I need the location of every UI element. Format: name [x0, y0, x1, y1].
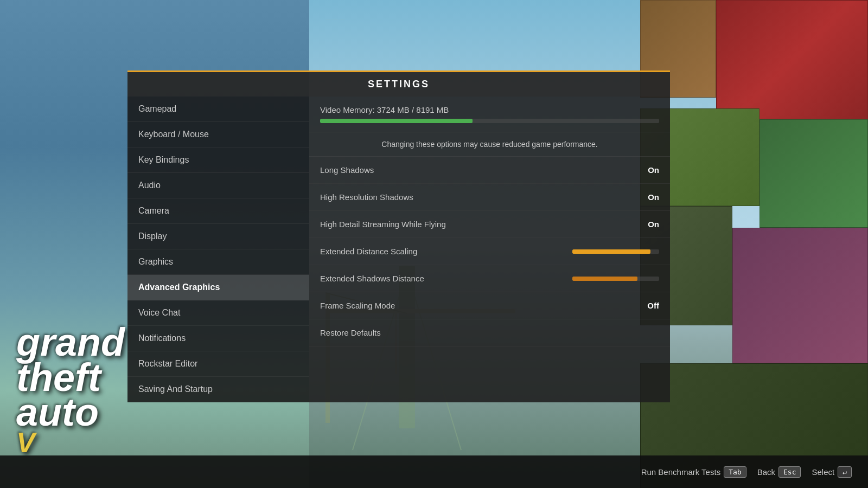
sidebar-item-rockstar-editor[interactable]: Rockstar Editor	[127, 351, 309, 377]
gta-logo-line1: grand	[16, 325, 125, 360]
setting-row-high-detail-streaming[interactable]: High Detail Streaming While Flying On	[309, 211, 670, 238]
sidebar-item-display[interactable]: Display	[127, 224, 309, 249]
sidebar-item-advanced-graphics[interactable]: Advanced Graphics	[127, 275, 309, 300]
extended-distance-label: Extended Distance Scaling	[320, 247, 567, 256]
gta-logo-line2: theft	[16, 360, 125, 395]
sidebar-item-key-bindings[interactable]: Key Bindings	[127, 147, 309, 173]
benchmark-toolbar-item: Run Benchmark Tests Tab	[641, 466, 746, 478]
frame-scaling-label: Frame Scaling Mode	[320, 301, 637, 310]
setting-row-long-shadows[interactable]: Long Shadows On	[309, 157, 670, 184]
long-shadows-value: On	[637, 165, 659, 175]
high-res-shadows-value: On	[637, 192, 659, 202]
containers-background	[640, 0, 868, 488]
extended-distance-fill	[572, 249, 650, 254]
high-detail-streaming-value: On	[637, 220, 659, 229]
gta-logo: grand theft auto V	[16, 325, 125, 455]
vram-label: Video Memory: 3724 MB / 8191 MB	[320, 105, 659, 114]
performance-warning: Changing these options may cause reduced…	[309, 132, 670, 157]
vram-section: Video Memory: 3724 MB / 8191 MB	[309, 97, 670, 132]
select-toolbar-item: Select ↵	[812, 466, 852, 478]
sidebar-item-audio[interactable]: Audio	[127, 173, 309, 198]
settings-title: SETTINGS	[127, 70, 670, 97]
sidebar-item-keyboard-mouse[interactable]: Keyboard / Mouse	[127, 122, 309, 147]
panel-body: Gamepad Keyboard / Mouse Key Bindings Au…	[127, 97, 670, 402]
benchmark-label: Run Benchmark Tests	[641, 467, 720, 477]
sidebar-item-notifications[interactable]: Notifications	[127, 326, 309, 351]
high-detail-streaming-label: High Detail Streaming While Flying	[320, 220, 637, 229]
setting-row-extended-shadows[interactable]: Extended Shadows Distance	[309, 265, 670, 292]
vram-progress-bar	[320, 119, 659, 123]
long-shadows-label: Long Shadows	[320, 165, 637, 175]
sidebar-item-camera[interactable]: Camera	[127, 198, 309, 224]
settings-panel: SETTINGS Gamepad Keyboard / Mouse Key Bi…	[127, 70, 670, 402]
blimp: — — —	[326, 16, 345, 22]
extended-shadows-fill	[572, 277, 637, 281]
select-key[interactable]: ↵	[838, 466, 852, 478]
restore-defaults-label: Restore Defaults	[320, 328, 659, 337]
bottom-toolbar: Run Benchmark Tests Tab Back Esc Select …	[0, 455, 868, 488]
gta-logo-roman-numeral: V	[16, 430, 35, 455]
sidebar-item-graphics[interactable]: Graphics	[127, 249, 309, 275]
benchmark-key[interactable]: Tab	[724, 466, 746, 478]
back-key[interactable]: Esc	[778, 466, 801, 478]
extended-distance-slider[interactable]	[572, 249, 659, 254]
sidebar-nav: Gamepad Keyboard / Mouse Key Bindings Au…	[127, 97, 309, 402]
setting-row-extended-distance[interactable]: Extended Distance Scaling	[309, 238, 670, 265]
frame-scaling-value: Off	[637, 301, 659, 310]
sidebar-item-voice-chat[interactable]: Voice Chat	[127, 300, 309, 326]
sidebar-item-gamepad[interactable]: Gamepad	[127, 97, 309, 122]
high-res-shadows-label: High Resolution Shadows	[320, 192, 637, 202]
setting-row-high-res-shadows[interactable]: High Resolution Shadows On	[309, 184, 670, 211]
back-label: Back	[757, 467, 775, 477]
sidebar-item-saving-startup[interactable]: Saving And Startup	[127, 377, 309, 402]
select-label: Select	[812, 467, 834, 477]
gta-logo-line3: auto	[16, 395, 125, 430]
extended-shadows-label: Extended Shadows Distance	[320, 274, 567, 283]
setting-row-frame-scaling[interactable]: Frame Scaling Mode Off	[309, 292, 670, 319]
settings-content: Video Memory: 3724 MB / 8191 MB Changing…	[309, 97, 670, 402]
setting-row-restore-defaults[interactable]: Restore Defaults	[309, 319, 670, 346]
vram-fill	[320, 119, 473, 123]
back-toolbar-item: Back Esc	[757, 466, 801, 478]
extended-shadows-slider[interactable]	[572, 277, 659, 281]
